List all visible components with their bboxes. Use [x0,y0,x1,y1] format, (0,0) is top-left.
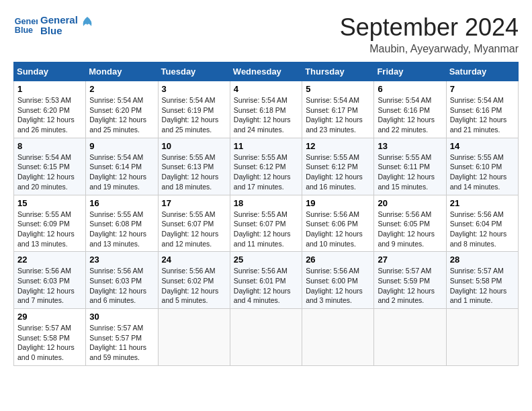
calendar-cell: 16Sunrise: 5:55 AM Sunset: 6:08 PM Dayli… [86,195,158,252]
day-number: 2 [89,84,154,94]
day-number: 15 [17,198,82,208]
calendar-cell: 8Sunrise: 5:54 AM Sunset: 6:15 PM Daylig… [14,138,86,195]
day-detail: Sunrise: 5:55 AM Sunset: 6:10 PM Dayligh… [450,152,515,192]
calendar-cell [302,309,374,366]
day-number: 22 [17,255,82,265]
page-header: General Blue General Blue September 2024… [13,13,519,55]
logo: General Blue General Blue [13,13,94,38]
day-number: 5 [306,84,370,94]
calendar-cell: 25Sunrise: 5:56 AM Sunset: 6:01 PM Dayli… [230,252,302,309]
day-number: 16 [89,198,154,208]
day-number: 26 [306,255,370,265]
month-title: September 2024 [340,13,519,42]
calendar-cell: 4Sunrise: 5:54 AM Sunset: 6:18 PM Daylig… [230,81,302,138]
day-number: 1 [17,84,82,94]
day-detail: Sunrise: 5:55 AM Sunset: 6:07 PM Dayligh… [234,210,298,249]
header-day-thursday: Thursday [302,62,374,81]
calendar-week-3: 15Sunrise: 5:55 AM Sunset: 6:09 PM Dayli… [14,195,519,252]
calendar-cell: 20Sunrise: 5:56 AM Sunset: 6:05 PM Dayli… [374,195,446,252]
day-detail: Sunrise: 5:55 AM Sunset: 6:12 PM Dayligh… [234,152,298,192]
calendar-cell: 15Sunrise: 5:55 AM Sunset: 6:09 PM Dayli… [14,195,86,252]
calendar-week-4: 22Sunrise: 5:56 AM Sunset: 6:03 PM Dayli… [14,252,519,309]
day-detail: Sunrise: 5:54 AM Sunset: 6:17 PM Dayligh… [306,95,370,135]
header-day-tuesday: Tuesday [158,62,230,81]
day-detail: Sunrise: 5:56 AM Sunset: 6:05 PM Dayligh… [378,210,442,249]
calendar-cell: 2Sunrise: 5:54 AM Sunset: 6:20 PM Daylig… [86,81,158,138]
day-detail: Sunrise: 5:56 AM Sunset: 6:03 PM Dayligh… [89,266,154,306]
calendar-week-2: 8Sunrise: 5:54 AM Sunset: 6:15 PM Daylig… [14,138,519,195]
day-number: 27 [378,255,442,265]
day-detail: Sunrise: 5:54 AM Sunset: 6:14 PM Dayligh… [89,152,154,192]
calendar-cell [446,309,518,366]
calendar-cell: 19Sunrise: 5:56 AM Sunset: 6:06 PM Dayli… [302,195,374,252]
day-number: 6 [378,84,442,94]
calendar-cell: 14Sunrise: 5:55 AM Sunset: 6:10 PM Dayli… [446,138,518,195]
location-title: Maubin, Ayeyarwady, Myanmar [340,43,519,55]
calendar-cell: 5Sunrise: 5:54 AM Sunset: 6:17 PM Daylig… [302,81,374,138]
calendar-cell: 30Sunrise: 5:57 AM Sunset: 5:57 PM Dayli… [86,309,158,366]
logo-blue: Blue [40,26,78,37]
calendar-cell: 18Sunrise: 5:55 AM Sunset: 6:07 PM Dayli… [230,195,302,252]
calendar-cell: 23Sunrise: 5:56 AM Sunset: 6:03 PM Dayli… [86,252,158,309]
title-area: September 2024 Maubin, Ayeyarwady, Myanm… [340,13,519,55]
calendar-cell: 11Sunrise: 5:55 AM Sunset: 6:12 PM Dayli… [230,138,302,195]
calendar-week-1: 1Sunrise: 5:53 AM Sunset: 6:20 PM Daylig… [14,81,519,138]
day-detail: Sunrise: 5:54 AM Sunset: 6:19 PM Dayligh… [162,95,226,135]
day-detail: Sunrise: 5:57 AM Sunset: 5:58 PM Dayligh… [17,323,82,363]
day-detail: Sunrise: 5:56 AM Sunset: 6:03 PM Dayligh… [17,266,82,306]
day-number: 7 [450,84,515,94]
calendar-cell: 27Sunrise: 5:57 AM Sunset: 5:59 PM Dayli… [374,252,446,309]
day-detail: Sunrise: 5:54 AM Sunset: 6:16 PM Dayligh… [378,95,442,135]
day-number: 20 [378,198,442,208]
day-detail: Sunrise: 5:54 AM Sunset: 6:18 PM Dayligh… [234,95,298,135]
day-detail: Sunrise: 5:54 AM Sunset: 6:20 PM Dayligh… [89,95,154,135]
calendar-cell: 7Sunrise: 5:54 AM Sunset: 6:16 PM Daylig… [446,81,518,138]
day-number: 23 [89,255,154,265]
calendar-cell: 28Sunrise: 5:57 AM Sunset: 5:58 PM Dayli… [446,252,518,309]
day-number: 25 [234,255,298,265]
day-number: 4 [234,84,298,94]
day-detail: Sunrise: 5:56 AM Sunset: 6:06 PM Dayligh… [306,210,370,249]
calendar-cell: 22Sunrise: 5:56 AM Sunset: 6:03 PM Dayli… [14,252,86,309]
calendar-cell [230,309,302,366]
calendar-cell: 9Sunrise: 5:54 AM Sunset: 6:14 PM Daylig… [86,138,158,195]
day-detail: Sunrise: 5:57 AM Sunset: 5:58 PM Dayligh… [450,266,515,306]
calendar-cell: 17Sunrise: 5:55 AM Sunset: 6:07 PM Dayli… [158,195,230,252]
day-detail: Sunrise: 5:54 AM Sunset: 6:15 PM Dayligh… [17,152,82,192]
calendar-cell: 12Sunrise: 5:55 AM Sunset: 6:12 PM Dayli… [302,138,374,195]
day-detail: Sunrise: 5:55 AM Sunset: 6:09 PM Dayligh… [17,210,82,249]
calendar-cell: 21Sunrise: 5:56 AM Sunset: 6:04 PM Dayli… [446,195,518,252]
calendar-cell [158,309,230,366]
logo-bird-icon [81,15,94,36]
header-day-saturday: Saturday [446,62,518,81]
calendar-table: SundayMondayTuesdayWednesdayThursdayFrid… [13,62,519,366]
day-detail: Sunrise: 5:55 AM Sunset: 6:07 PM Dayligh… [162,210,226,249]
calendar-week-5: 29Sunrise: 5:57 AM Sunset: 5:58 PM Dayli… [14,309,519,366]
day-number: 30 [89,312,154,322]
day-detail: Sunrise: 5:53 AM Sunset: 6:20 PM Dayligh… [17,95,82,135]
day-number: 10 [162,141,226,151]
calendar-cell: 10Sunrise: 5:55 AM Sunset: 6:13 PM Dayli… [158,138,230,195]
day-number: 19 [306,198,370,208]
calendar-header-row: SundayMondayTuesdayWednesdayThursdayFrid… [14,62,519,81]
day-number: 18 [234,198,298,208]
svg-text:Blue: Blue [15,26,33,35]
day-number: 12 [306,141,370,151]
calendar-cell: 13Sunrise: 5:55 AM Sunset: 6:11 PM Dayli… [374,138,446,195]
calendar-cell: 6Sunrise: 5:54 AM Sunset: 6:16 PM Daylig… [374,81,446,138]
day-detail: Sunrise: 5:55 AM Sunset: 6:11 PM Dayligh… [378,152,442,192]
day-detail: Sunrise: 5:56 AM Sunset: 6:02 PM Dayligh… [162,266,226,306]
day-detail: Sunrise: 5:56 AM Sunset: 6:00 PM Dayligh… [306,266,370,306]
header-day-friday: Friday [374,62,446,81]
day-number: 3 [162,84,226,94]
day-number: 29 [17,312,82,322]
day-number: 8 [17,141,82,151]
calendar-cell: 29Sunrise: 5:57 AM Sunset: 5:58 PM Dayli… [14,309,86,366]
logo-icon: General Blue [13,13,38,38]
day-detail: Sunrise: 5:56 AM Sunset: 6:01 PM Dayligh… [234,266,298,306]
day-detail: Sunrise: 5:55 AM Sunset: 6:12 PM Dayligh… [306,152,370,192]
day-number: 21 [450,198,515,208]
calendar-cell: 1Sunrise: 5:53 AM Sunset: 6:20 PM Daylig… [14,81,86,138]
day-number: 11 [234,141,298,151]
day-detail: Sunrise: 5:56 AM Sunset: 6:04 PM Dayligh… [450,210,515,249]
